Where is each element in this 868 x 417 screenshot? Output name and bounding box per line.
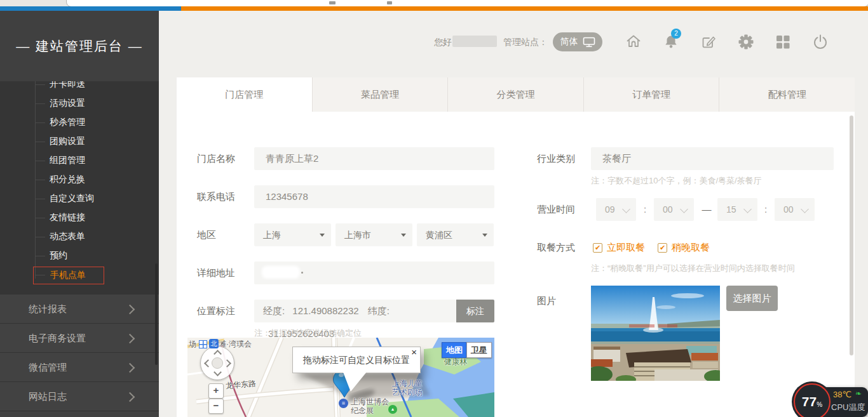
pickup-now-label[interactable]: 立即取餐 xyxy=(607,242,645,254)
sidebar-item-team-manage[interactable]: 组团管理 xyxy=(0,154,159,168)
tree-tick xyxy=(35,103,45,104)
sidebar-item-label: 组团管理 xyxy=(50,155,85,166)
map-pan-control[interactable] xyxy=(200,346,234,380)
phone-input[interactable]: 12345678 xyxy=(254,185,494,208)
map-tooltip: 拖动标注可自定义目标位置 × xyxy=(292,347,421,373)
end-minute-select[interactable]: 00 xyxy=(775,198,815,221)
tab-store-management[interactable]: 门店管理 xyxy=(177,77,312,112)
pan-up-icon[interactable] xyxy=(214,350,222,358)
pickup-later-checkbox[interactable]: ✔ xyxy=(658,243,667,253)
tab-category-management[interactable]: 分类管理 xyxy=(447,77,583,112)
pan-right-icon[interactable] xyxy=(223,359,231,367)
home-icon[interactable] xyxy=(625,33,642,51)
chevron-right-icon xyxy=(125,363,135,373)
time-colon: : xyxy=(640,198,650,221)
end-hour-select[interactable]: 15 xyxy=(717,198,757,221)
sidebar-section-statistics[interactable]: 统计报表 xyxy=(0,294,159,324)
sidebar-section-ecommerce[interactable]: 电子商务设置 xyxy=(0,323,159,353)
content-scrollbar[interactable] xyxy=(850,116,853,355)
sidebar-item-points-exchange[interactable]: 积分兑换 xyxy=(0,173,159,187)
store-name-label: 门店名称 xyxy=(197,147,235,170)
sidebar-item-label: 自定义查询 xyxy=(50,193,94,204)
map-zoom-in-button[interactable]: + xyxy=(208,383,224,399)
location-input[interactable]: 经度: 121.490882232 纬度: 31.1952626403 xyxy=(254,300,456,322)
industry-input[interactable]: 茶餐厅 xyxy=(591,147,834,170)
map-label-theater-line2: 艺术剧场 xyxy=(392,387,423,398)
power-icon[interactable] xyxy=(811,33,829,51)
tab-ingredient-management[interactable]: 配料管理 xyxy=(719,77,855,112)
sidebar-item-activity-settings[interactable]: 活动设置 xyxy=(0,96,159,110)
tree-tick xyxy=(35,161,45,161)
sidebar-item-label: 预约 xyxy=(50,250,67,261)
district-select[interactable]: 黄浦区 xyxy=(417,223,494,246)
tree-tick xyxy=(35,237,45,237)
accent-bar-orange xyxy=(181,6,868,11)
cpu-percent-value: 77 xyxy=(802,394,817,409)
district-value: 黄浦区 xyxy=(426,223,452,246)
province-select[interactable]: 上海 xyxy=(254,223,331,246)
sidebar-filler xyxy=(0,411,159,417)
store-name-input[interactable]: 青青原上草2 xyxy=(254,147,494,170)
app-title: — 建站管理后台 — xyxy=(0,11,159,81)
sidebar-item-label: 团购设置 xyxy=(50,136,85,147)
phone-label: 联系电话 xyxy=(197,185,235,208)
map-widget[interactable]: 场 外滩·湾璞会 龙华东路 ≡ 上海世博会 纪念展 ▲ 健康林 上海儿童 艺术剧… xyxy=(187,338,494,417)
tab-dish-management[interactable]: 菜品管理 xyxy=(312,77,448,112)
mark-location-button[interactable]: 标注 xyxy=(456,300,494,322)
gear-icon[interactable] xyxy=(737,33,755,51)
tree-tick xyxy=(35,122,45,123)
leaf-icon: ❧ xyxy=(855,389,862,398)
time-dash: — xyxy=(699,198,714,221)
browser-chrome-strip xyxy=(0,0,868,6)
form-body: 门店名称 青青原上草2 联系电话 12345678 地区 上海 上海市 黄浦区 … xyxy=(177,112,855,417)
hours-label: 营业时间 xyxy=(537,198,575,221)
pan-left-icon[interactable] xyxy=(204,359,212,367)
sidebar-item-label: 友情链接 xyxy=(50,212,85,223)
pan-knob[interactable] xyxy=(212,357,223,369)
map-mode-button[interactable]: 地图 xyxy=(442,342,467,358)
edit-icon[interactable] xyxy=(700,33,717,51)
map-zoom-out-button[interactable]: − xyxy=(208,399,224,414)
choose-image-button[interactable]: 选择图片 xyxy=(726,286,778,311)
start-minute-select[interactable]: 00 xyxy=(654,198,694,221)
apps-grid-icon[interactable] xyxy=(774,33,792,51)
sidebar-scrollbar[interactable] xyxy=(155,263,158,365)
pickup-label: 取餐方式 xyxy=(537,236,575,259)
close-icon[interactable]: × xyxy=(411,347,417,357)
sidebar-item-group-buy[interactable]: 团购设置 xyxy=(0,135,159,149)
pan-down-icon[interactable] xyxy=(214,368,222,376)
screen: 开卡即送 活动设置 秒杀管理 团购设置 组团管理 积分兑换 自定义查询 友情链接… xyxy=(0,0,868,417)
sidebar-item-reservation[interactable]: 预约 xyxy=(0,249,159,263)
sidebar-section-wechat[interactable]: 微信管理 xyxy=(0,352,159,382)
indoor-map-icon xyxy=(199,340,207,348)
sidebar-item-mobile-ordering-active[interactable]: 手机点单 xyxy=(33,267,104,284)
sidebar-item-custom-query[interactable]: 自定义查询 xyxy=(0,192,159,206)
tab-order-management[interactable]: 订单管理 xyxy=(583,77,719,112)
map-label-forest: 健康林 xyxy=(444,357,467,367)
tree-tick xyxy=(35,256,45,256)
city-select[interactable]: 上海市 xyxy=(336,223,412,246)
address-input[interactable] xyxy=(254,261,494,284)
language-label: 简体 xyxy=(560,36,578,48)
sidebar-item-flash-sale[interactable]: 秒杀管理 xyxy=(0,116,159,129)
notification-badge: 2 xyxy=(671,29,681,39)
monitor-icon xyxy=(583,37,595,48)
start-minute-value: 00 xyxy=(663,198,673,221)
store-photo[interactable] xyxy=(591,286,720,381)
pickup-later-label[interactable]: 稍晚取餐 xyxy=(672,242,710,254)
language-switch-button[interactable]: 简体 xyxy=(553,32,602,51)
start-hour-select[interactable]: 09 xyxy=(596,198,636,221)
image-label: 图片 xyxy=(537,289,556,312)
cpu-monitor-widget[interactable]: 77 % 38℃ ❧ CPU温度 xyxy=(791,382,868,417)
pickup-now-checkbox[interactable]: ✔ xyxy=(593,243,602,253)
sidebar-item-label: 秒杀管理 xyxy=(50,117,85,128)
satellite-mode-button[interactable]: 卫星 xyxy=(466,342,492,358)
sidebar-item-label: 活动设置 xyxy=(50,98,85,109)
chevron-down-icon xyxy=(622,205,630,213)
username-redacted xyxy=(452,36,497,47)
sidebar-section-site-logs[interactable]: 网站日志 xyxy=(0,381,159,411)
sidebar-item-dynamic-form[interactable]: 动态表单 xyxy=(0,230,159,244)
sidebar-item-friend-links[interactable]: 友情链接 xyxy=(0,211,159,225)
tab-bar: 门店管理 菜品管理 分类管理 订单管理 配料管理 xyxy=(177,77,855,112)
accent-bar-blue xyxy=(0,6,181,11)
